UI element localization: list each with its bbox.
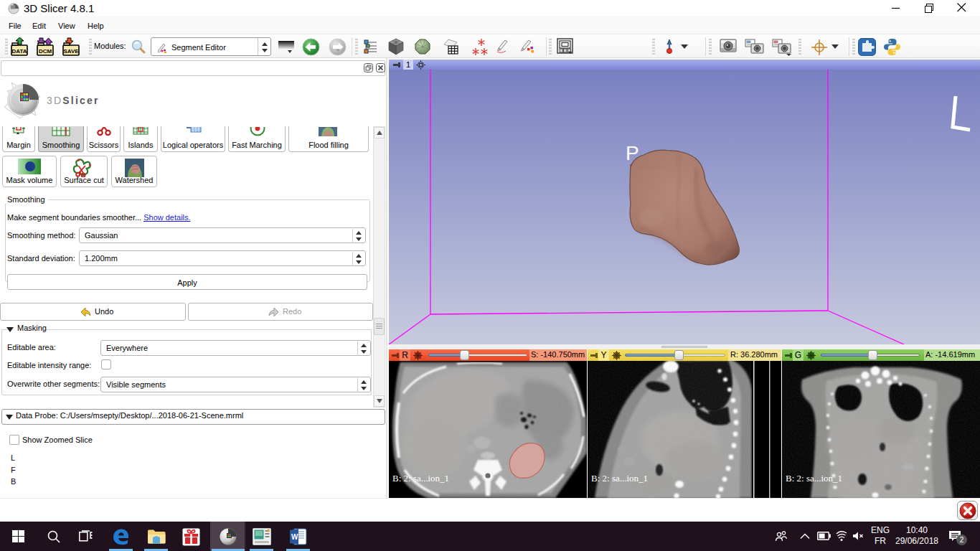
svg-text:P: P xyxy=(626,142,639,164)
svg-text:B: 2: sa...ion_1: B: 2: sa...ion_1 xyxy=(591,473,648,484)
svg-text:SAVE: SAVE xyxy=(63,48,79,55)
svg-text:W: W xyxy=(291,533,298,541)
svg-text:B: 2: sa...ion_1: B: 2: sa...ion_1 xyxy=(392,473,449,484)
svg-text:B: 2: sa...ion_1: B: 2: sa...ion_1 xyxy=(786,473,842,484)
svg-text:DATA: DATA xyxy=(11,48,27,55)
svg-text:DCM: DCM xyxy=(39,48,52,55)
